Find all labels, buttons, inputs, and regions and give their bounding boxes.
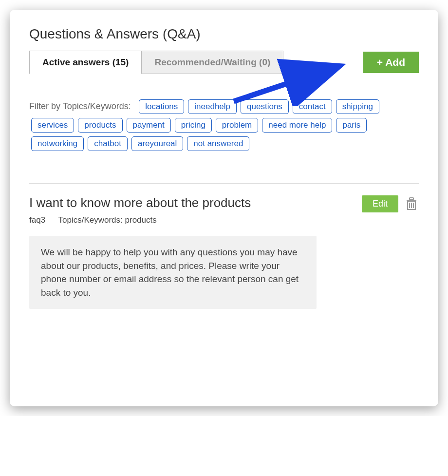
trash-icon: [406, 197, 417, 210]
topic-chip[interactable]: questions: [241, 99, 289, 114]
svg-rect-3: [410, 198, 413, 200]
topic-chip[interactable]: products: [78, 118, 122, 133]
add-button-label: + Add: [377, 57, 405, 68]
tabs-row: Active answers (15) Recommended/Waiting …: [29, 51, 419, 74]
topic-chip[interactable]: notworking: [31, 136, 84, 151]
qa-item-id: faq3: [29, 215, 45, 225]
delete-button[interactable]: [404, 195, 419, 212]
topic-chip[interactable]: ineedhelp: [188, 99, 237, 114]
topic-chip[interactable]: locations: [139, 99, 184, 114]
topic-chip[interactable]: need more help: [262, 118, 332, 133]
qa-item-meta: faq3 Topics/Keywords: products: [29, 215, 419, 225]
qa-item-title: I want to know more about the products: [29, 195, 356, 210]
qa-item-answer: We will be happy to help you with any qu…: [29, 236, 317, 309]
topic-chip[interactable]: problem: [216, 118, 258, 133]
edit-button[interactable]: Edit: [362, 195, 398, 212]
topic-chip[interactable]: contact: [293, 99, 332, 114]
topic-chip[interactable]: chatbot: [88, 136, 128, 151]
topic-chip[interactable]: areyoureal: [131, 136, 183, 151]
filter-label: Filter by Topics/Keywords:: [29, 101, 131, 111]
tab-active-answers[interactable]: Active answers (15): [29, 51, 142, 74]
topic-chip[interactable]: not answered: [187, 136, 249, 151]
page-title: Questions & Answers (Q&A): [29, 26, 419, 42]
tab-recommended-label: Recommended/Waiting (0): [154, 57, 270, 67]
topic-chip[interactable]: shipping: [336, 99, 379, 114]
topic-chip[interactable]: payment: [127, 118, 171, 133]
topic-chip[interactable]: paris: [336, 118, 367, 133]
qa-item: I want to know more about the products E…: [29, 195, 419, 309]
topic-chip[interactable]: services: [31, 118, 74, 133]
add-button[interactable]: + Add: [363, 52, 419, 73]
topic-chip[interactable]: pricing: [175, 118, 212, 133]
tab-active-label: Active answers (15): [42, 57, 129, 67]
qa-item-header: I want to know more about the products E…: [29, 195, 419, 212]
qa-panel: Questions & Answers (Q&A) Active answers…: [10, 10, 438, 406]
edit-button-label: Edit: [373, 199, 388, 209]
tab-recommended-waiting[interactable]: Recommended/Waiting (0): [142, 51, 283, 74]
filter-section: Filter by Topics/Keywords: locationsinee…: [29, 97, 419, 153]
divider: [29, 183, 419, 184]
qa-item-topics: Topics/Keywords: products: [58, 215, 157, 225]
